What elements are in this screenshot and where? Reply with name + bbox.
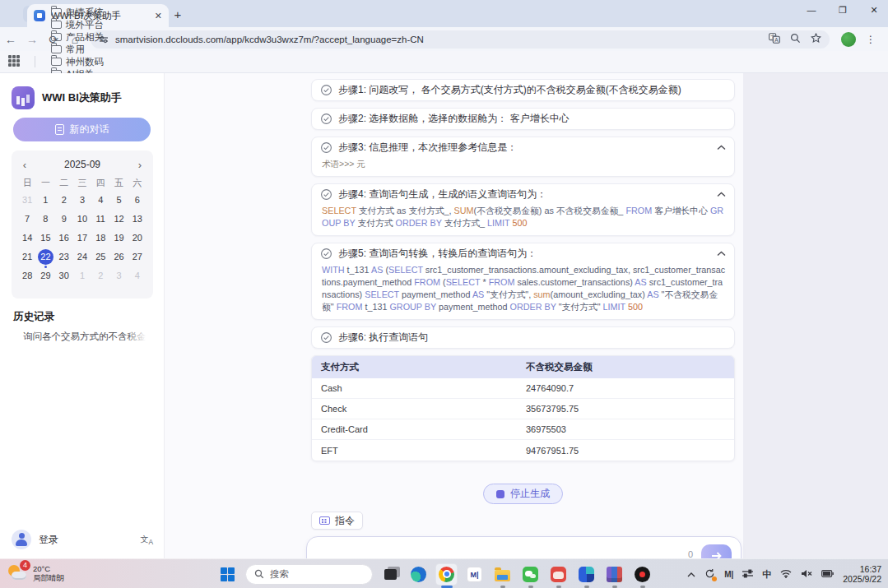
step-title: 步骤1: 问题改写， 各个交易方式(支付方式)的不含税交易金额(不含税交易金额) [338, 83, 726, 97]
calendar-day[interactable]: 25 [91, 248, 109, 265]
cat-app-icon[interactable] [548, 564, 569, 585]
bookmarks-divider [35, 56, 35, 67]
calendar-day[interactable]: 26 [109, 248, 128, 265]
wifi-icon[interactable] [780, 569, 792, 580]
m-app-icon[interactable]: M| [464, 564, 485, 585]
bookmark-folder[interactable]: 舆情系统 [42, 7, 113, 19]
back-button[interactable]: ← [0, 33, 21, 46]
mixer-tray-icon[interactable] [742, 569, 753, 580]
calendar-day[interactable]: 9 [55, 211, 73, 227]
calendar-day[interactable]: 18 [91, 229, 109, 246]
calendar-weekday: 六 [128, 175, 146, 190]
calendar-day[interactable]: 20 [128, 229, 146, 246]
bookmark-star-icon[interactable] [811, 33, 821, 46]
profile-avatar[interactable] [841, 32, 856, 47]
calendar-day[interactable]: 13 [128, 211, 146, 227]
calendar-day[interactable]: 14 [18, 229, 36, 246]
calendar-day[interactable]: 3 [73, 192, 91, 208]
collapse-chevron-icon[interactable] [717, 145, 726, 150]
calendar-day[interactable]: 19 [109, 229, 128, 246]
chrome-icon[interactable] [436, 564, 457, 585]
calendar-day-grid: 3112345678910111213141516171819202122232… [18, 192, 146, 284]
sync-tray-icon[interactable] [704, 568, 715, 581]
bookmark-folder[interactable]: 境外平台 [42, 19, 113, 31]
table-row: Cash24764090.7 [312, 378, 734, 399]
calendar-day[interactable]: 31 [18, 192, 36, 208]
stop-generating-button[interactable]: 停止生成 [483, 484, 563, 504]
calendar-day[interactable]: 16 [55, 229, 73, 246]
calendar-prev-icon[interactable]: ‹ [18, 159, 31, 171]
tray-clock[interactable]: 16:37 2025/9/22 [843, 564, 881, 585]
blue-app-icon[interactable] [576, 564, 597, 585]
calendar-day[interactable]: 29 [36, 267, 54, 284]
calendar-day[interactable]: 8 [36, 211, 54, 227]
recorder-icon[interactable] [632, 564, 653, 585]
history-item[interactable]: 询问各个交易方式的不含税金额 [23, 331, 146, 343]
language-switch-icon[interactable]: 文A [140, 534, 153, 546]
calendar-day[interactable]: 21 [18, 248, 36, 265]
window-minimize-button[interactable]: — [806, 5, 817, 16]
calendar-day[interactable]: 2 [55, 192, 73, 208]
table-cell: EFT [312, 446, 526, 456]
window-maximize-button[interactable]: ❐ [837, 5, 848, 16]
calendar-next-icon[interactable]: › [133, 159, 146, 171]
task-view-icon[interactable] [380, 564, 401, 585]
step-title: 步骤5: 查询语句转换，转换后的查询语句为： [338, 247, 711, 261]
translate-icon[interactable]: 文A [769, 33, 780, 46]
winrar-icon[interactable] [604, 564, 625, 585]
user-avatar-icon[interactable] [12, 530, 31, 549]
calendar-day[interactable]: 6 [128, 192, 146, 208]
bookmark-folder[interactable]: 常用 [42, 44, 113, 56]
calendar-day[interactable]: 1 [36, 192, 54, 208]
edge-icon[interactable] [408, 564, 429, 585]
step-card-6: 步骤6: 执行查询语句 [311, 326, 735, 349]
calendar-month-label: 2025-09 [64, 159, 100, 170]
collapse-chevron-icon[interactable] [717, 192, 726, 197]
calendar-day[interactable]: 4 [128, 267, 146, 284]
collapse-chevron-icon[interactable] [717, 251, 726, 257]
calendar-day[interactable]: 17 [73, 229, 91, 246]
new-tab-button[interactable]: + [170, 7, 186, 23]
login-label[interactable]: 登录 [39, 533, 58, 547]
m-tray-icon[interactable]: M| [724, 570, 733, 579]
calendar-day[interactable]: 28 [18, 267, 36, 284]
volume-muted-icon[interactable] [801, 569, 812, 580]
calendar-day[interactable]: 27 [128, 248, 146, 265]
new-chat-button[interactable]: 新的对话 [13, 118, 151, 141]
window-close-button[interactable]: ✕ [868, 5, 880, 16]
calendar-day[interactable]: 15 [36, 229, 54, 246]
taskbar-search[interactable]: 搜索 [245, 564, 373, 585]
table-row: EFT94767951.75 [312, 440, 734, 461]
calendar-day[interactable]: 1 [73, 267, 91, 284]
table-header: 支付方式 [312, 361, 526, 373]
calendar-day[interactable]: 12 [109, 211, 128, 227]
forward-button[interactable]: → [21, 33, 43, 46]
battery-icon[interactable] [821, 569, 834, 579]
bookmark-folder[interactable]: 产品相关 [42, 31, 113, 44]
step-title: 步骤3: 信息推理，本次推理参考信息是： [338, 141, 711, 155]
wechat-icon[interactable] [520, 564, 541, 585]
calendar-day-selected[interactable]: 22 [36, 248, 54, 265]
start-button[interactable] [217, 564, 238, 585]
apps-grid-icon[interactable] [8, 55, 21, 68]
address-bar[interactable]: smartvision.dcclouds.com/app/kcdw3u3wxz7… [91, 30, 830, 49]
calendar-day[interactable]: 10 [73, 211, 91, 227]
calendar-day[interactable]: 3 [109, 267, 128, 284]
hidden-icons-chevron-icon[interactable] [687, 569, 695, 579]
command-button[interactable]: 指令 [311, 512, 363, 530]
taskbar-weather[interactable]: 4 20°C 局部晴朗 [7, 563, 64, 584]
calendar-day[interactable]: 23 [55, 248, 73, 265]
ime-indicator[interactable]: 中 [762, 568, 771, 581]
browser-menu-icon[interactable]: ⋮ [866, 34, 876, 45]
calendar-day[interactable]: 24 [73, 248, 91, 265]
calendar-day[interactable]: 7 [18, 211, 36, 227]
bookmark-folder[interactable]: 神州数码 [42, 56, 113, 68]
calendar-day[interactable]: 5 [109, 192, 128, 208]
file-explorer-icon[interactable] [492, 564, 513, 585]
calendar-day[interactable]: 30 [55, 267, 73, 284]
calendar-day[interactable]: 11 [91, 211, 109, 227]
zoom-icon[interactable] [790, 33, 801, 46]
calendar-day[interactable]: 2 [91, 267, 109, 284]
calendar-day[interactable]: 4 [91, 192, 109, 208]
tab-close-icon[interactable]: ✕ [155, 11, 162, 21]
